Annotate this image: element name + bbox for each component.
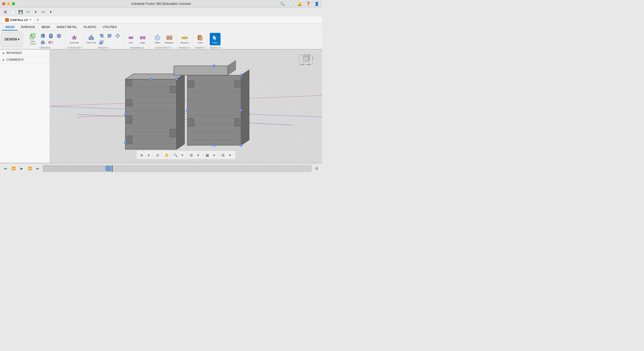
grid-button[interactable]: ▦ bbox=[204, 152, 211, 158]
design-dropdown-button[interactable]: DESIGN ▾ bbox=[1, 32, 23, 47]
combine-button[interactable] bbox=[98, 39, 105, 45]
extrude-button[interactable] bbox=[39, 39, 47, 45]
maximize-button[interactable] bbox=[12, 2, 15, 5]
display-dropdown[interactable]: ▾ bbox=[195, 152, 202, 158]
tab-close-button[interactable]: ✕ bbox=[29, 18, 32, 21]
timeline-prev-button[interactable]: ⏪ bbox=[10, 165, 17, 172]
snap-dropdown[interactable]: ▾ bbox=[146, 152, 152, 158]
select-button[interactable]: Select bbox=[210, 33, 220, 45]
box-button[interactable] bbox=[39, 33, 47, 39]
history-icon[interactable]: 🕐 bbox=[288, 1, 294, 7]
window-controls[interactable] bbox=[2, 2, 15, 5]
timeline-marker-6[interactable] bbox=[75, 166, 80, 171]
grid-menu-button[interactable]: ⊞ bbox=[2, 9, 9, 15]
camera-button[interactable]: ⊡ bbox=[155, 152, 161, 158]
select-label-group[interactable]: SELECT ▾ bbox=[210, 46, 221, 50]
svg-marker-93 bbox=[241, 70, 249, 145]
svg-marker-73 bbox=[177, 74, 185, 149]
timeline-start-button[interactable]: ⏮ bbox=[2, 165, 9, 172]
account-icon[interactable]: 👤 bbox=[313, 1, 320, 7]
timeline-play-button[interactable]: ▶ bbox=[18, 165, 25, 172]
zoom-button[interactable]: 🔍 bbox=[172, 152, 179, 158]
new-button[interactable]: 📄 bbox=[10, 9, 16, 15]
timeline-marker-2[interactable] bbox=[50, 166, 55, 171]
fillet-button[interactable] bbox=[98, 33, 105, 39]
timeline-marker-11[interactable] bbox=[106, 166, 111, 171]
modify-label-group[interactable]: MODIFY ▾ bbox=[98, 46, 109, 50]
timeline-track[interactable] bbox=[43, 165, 312, 172]
new-component-button[interactable]: New Comp bbox=[27, 33, 38, 45]
group-automate: Automate AUTOMATE ▾ bbox=[65, 32, 83, 49]
offset-plane-icon bbox=[154, 34, 161, 41]
timeline-marker-9[interactable] bbox=[93, 166, 99, 171]
midplane-button[interactable]: Midplane bbox=[164, 33, 175, 45]
pan-button[interactable]: ✋ bbox=[163, 152, 170, 158]
sphere-button[interactable] bbox=[55, 33, 63, 39]
timeline-marker-7[interactable] bbox=[81, 166, 86, 171]
undo-button[interactable]: ↩ bbox=[25, 9, 31, 15]
tab-plastic[interactable]: PLASTIC bbox=[80, 24, 100, 30]
timeline-marker-10[interactable] bbox=[99, 166, 105, 171]
construct-label-group[interactable]: CONSTRUCT ▾ bbox=[155, 46, 172, 50]
timeline-marker-8[interactable] bbox=[87, 166, 92, 171]
svg-rect-32 bbox=[143, 36, 145, 39]
sidebar-item-browser[interactable]: ▶ BROWSER bbox=[0, 50, 50, 56]
redo-button[interactable]: ↪ bbox=[40, 9, 46, 15]
measure-button[interactable]: Measure bbox=[179, 33, 190, 45]
inspect-label-group[interactable]: INSPECT ▾ bbox=[179, 46, 191, 50]
tab-solid[interactable]: SOLID bbox=[2, 24, 18, 30]
zoom-dropdown[interactable]: ▾ bbox=[179, 152, 186, 158]
rigid-label: Rigid bbox=[140, 42, 145, 44]
chamfer-button[interactable] bbox=[106, 33, 113, 39]
mirror-button[interactable] bbox=[47, 39, 55, 45]
assemble-label-group[interactable]: ASSEMBLE ▾ bbox=[129, 46, 144, 50]
display-mode-button[interactable]: ⊞ bbox=[188, 152, 195, 158]
timeline-marker-1[interactable] bbox=[44, 166, 49, 171]
automate-label-group[interactable]: AUTOMATE ▾ bbox=[67, 46, 82, 50]
redo-dropdown[interactable]: ▾ bbox=[47, 9, 54, 15]
timeline-marker-4[interactable] bbox=[62, 166, 68, 171]
svg-point-74 bbox=[150, 78, 152, 80]
close-button[interactable] bbox=[2, 2, 5, 5]
svg-marker-6 bbox=[43, 34, 44, 37]
insert-label-group[interactable]: INSERT ▾ bbox=[195, 46, 205, 50]
settings-button[interactable]: ⚙ bbox=[313, 165, 320, 172]
help-icon[interactable]: ❓ bbox=[305, 1, 311, 7]
save-button[interactable]: 💾 bbox=[17, 9, 24, 15]
create-label[interactable]: CREATE ▾ bbox=[39, 46, 51, 50]
tab-cam-box[interactable]: CAM Box v1* ✕ bbox=[2, 16, 34, 23]
tab-add-button[interactable]: + bbox=[35, 17, 40, 23]
automate-button[interactable]: Automate bbox=[69, 33, 80, 45]
svg-rect-15 bbox=[51, 41, 53, 43]
viewport[interactable]: -10Y 10X Z ⊕ ▾ ⊡ ✋ 🔍 ▾ ⊞ ▾ ▦ ▾ ⊞ ▾ bbox=[50, 50, 322, 163]
perspective-button[interactable]: ⊞ bbox=[220, 152, 226, 158]
snap-button[interactable]: ⊕ bbox=[139, 152, 145, 158]
sidebar-item-comments[interactable]: ▶ COMMENTS bbox=[0, 56, 50, 63]
tab-utilities[interactable]: UTILITIES bbox=[100, 24, 120, 30]
undo-dropdown[interactable]: ▾ bbox=[32, 9, 39, 15]
joint-button[interactable]: Joint bbox=[125, 33, 136, 45]
move-button[interactable] bbox=[114, 33, 121, 39]
search-icon[interactable]: 🔍 bbox=[279, 1, 285, 7]
notification-icon[interactable]: 🔔 bbox=[296, 1, 303, 7]
timeline-next-button[interactable]: ⏩ bbox=[26, 165, 33, 172]
grid-dropdown[interactable]: ▾ bbox=[211, 152, 218, 158]
timeline-end-button[interactable]: ⏭ bbox=[34, 165, 41, 172]
create-small-buttons bbox=[39, 33, 63, 45]
tab-sheet-metal[interactable]: SHEET METAL bbox=[53, 24, 80, 30]
tab-mesh[interactable]: MESH bbox=[38, 24, 53, 30]
press-pull-button[interactable]: Press Pull bbox=[86, 33, 97, 45]
cylinder-button[interactable] bbox=[47, 33, 55, 39]
automate-text: AUTOMATE bbox=[67, 46, 80, 49]
timeline-marker-5[interactable] bbox=[68, 166, 74, 171]
timeline-marker-3[interactable] bbox=[56, 166, 61, 171]
rigid-button[interactable]: Rigid bbox=[137, 33, 148, 45]
timeline-playhead[interactable] bbox=[112, 165, 113, 172]
offset-plane-button[interactable]: Offset bbox=[152, 33, 163, 45]
tab-surface[interactable]: SURFACE bbox=[18, 24, 38, 30]
insert-button[interactable]: Insert bbox=[195, 33, 206, 45]
ribbon: SOLID SURFACE MESH SHEET METAL PLASTIC U… bbox=[0, 24, 322, 50]
perspective-dropdown[interactable]: ▾ bbox=[227, 152, 233, 158]
svg-rect-37 bbox=[167, 36, 169, 40]
minimize-button[interactable] bbox=[7, 2, 10, 5]
